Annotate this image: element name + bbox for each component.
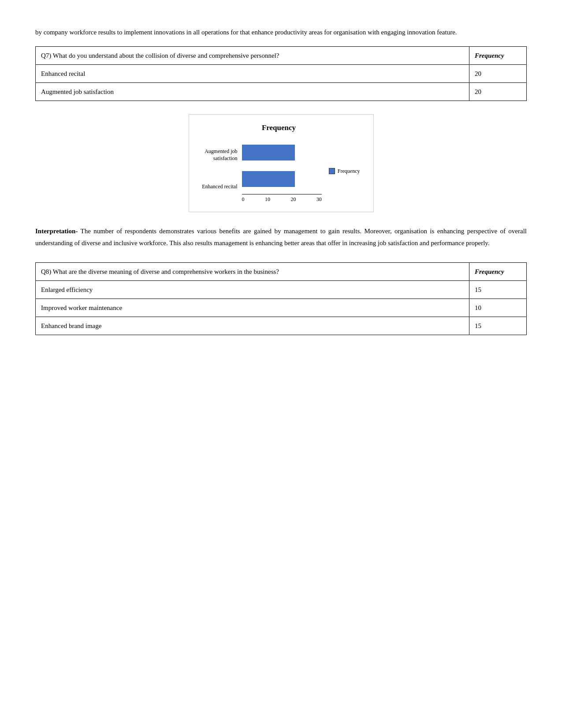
q8-header-row: Q8) What are the diverse meaning of dive… xyxy=(36,263,527,281)
x-label-10: 10 xyxy=(265,196,270,203)
q7-header-row: Q7) What do you understand about the col… xyxy=(36,47,527,65)
x-label-30: 30 xyxy=(316,196,322,203)
interpretation-paragraph: Interpretation- The number of respondent… xyxy=(35,225,527,249)
x-label-0: 0 xyxy=(242,196,245,203)
q7-value-1: 20 xyxy=(469,65,527,83)
q8-row-2: Improved worker maintenance 10 xyxy=(36,299,527,317)
intro-paragraph: by company workforce results to implemen… xyxy=(35,26,527,38)
q7-row-2: Augmented job satisfaction 20 xyxy=(36,83,527,101)
interpretation-label: Interpretation- xyxy=(35,228,78,235)
bars-wrapper xyxy=(242,139,322,192)
q8-label-2: Improved worker maintenance xyxy=(36,299,469,317)
q8-frequency-header: Frequency xyxy=(469,263,527,281)
chart-y-labels: Augmented job satisfaction Enhanced reci… xyxy=(198,139,238,203)
q8-question: Q8) What are the diverse meaning of dive… xyxy=(36,263,469,281)
q8-table: Q8) What are the diverse meaning of dive… xyxy=(35,262,527,335)
y-label-2: Enhanced recital xyxy=(198,174,238,200)
q7-label-1: Enhanced recital xyxy=(36,65,469,83)
chart-box: Frequency Augmented job satisfaction Enh… xyxy=(189,114,374,212)
bar-1 xyxy=(242,145,295,161)
q8-label-3: Enhanced brand image xyxy=(36,317,469,335)
legend-color-box xyxy=(329,168,335,174)
chart-bars-area: 0 10 20 30 xyxy=(242,139,322,203)
legend-label: Frequency xyxy=(338,168,360,175)
q8-value-1: 15 xyxy=(469,281,527,299)
q7-question: Q7) What do you understand about the col… xyxy=(36,47,469,65)
q8-row-3: Enhanced brand image 15 xyxy=(36,317,527,335)
bar-row-2 xyxy=(242,166,322,192)
q8-value-3: 15 xyxy=(469,317,527,335)
chart-legend: Frequency xyxy=(329,139,360,203)
x-label-20: 20 xyxy=(290,196,296,203)
q7-label-2: Augmented job satisfaction xyxy=(36,83,469,101)
q8-value-2: 10 xyxy=(469,299,527,317)
q8-label-1: Enlarged efficiency xyxy=(36,281,469,299)
chart-container: Frequency Augmented job satisfaction Enh… xyxy=(35,114,527,212)
bar-row-1 xyxy=(242,139,322,166)
legend-item: Frequency xyxy=(329,168,360,175)
q7-row-1: Enhanced recital 20 xyxy=(36,65,527,83)
x-axis-labels: 0 10 20 30 xyxy=(242,194,322,203)
q8-row-1: Enlarged efficiency 15 xyxy=(36,281,527,299)
q7-table: Q7) What do you understand about the col… xyxy=(35,46,527,101)
q7-frequency-header: Frequency xyxy=(469,47,527,65)
chart-title: Frequency xyxy=(198,123,360,132)
bar-2 xyxy=(242,171,295,187)
q7-value-2: 20 xyxy=(469,83,527,101)
interpretation-body: The number of respondents demonstrates v… xyxy=(35,228,527,246)
chart-area: Augmented job satisfaction Enhanced reci… xyxy=(198,139,360,203)
y-label-1: Augmented job satisfaction xyxy=(198,142,238,168)
